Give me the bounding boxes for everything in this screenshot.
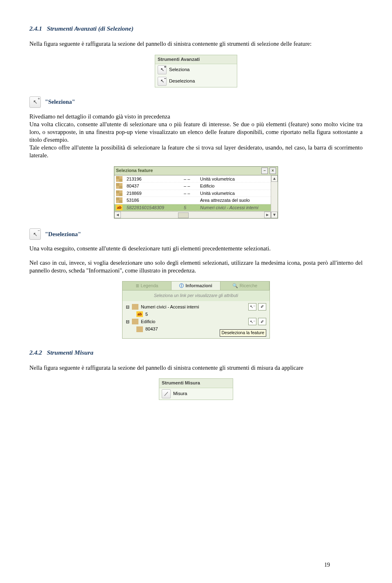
scroll-down-icon[interactable]: ▼ (271, 212, 278, 218)
deselect-feature-button[interactable]: ↖⁻ (248, 303, 256, 310)
list-item[interactable]: 213196– –Unità volumetrica (114, 176, 271, 183)
scroll-up-icon[interactable]: ▲ (271, 175, 278, 182)
brush-icon[interactable]: ✐ (258, 303, 266, 310)
feature-layer: Area attrezzata del suolo (200, 197, 269, 203)
collapse-icon[interactable]: ⊟ (126, 304, 129, 310)
polygon-icon (116, 190, 122, 196)
feature-col2: – – (184, 176, 196, 182)
tool-heading-seleziona: ↖+ "Seleziona" (29, 96, 363, 108)
paragraph: Tale elenco offre all'utente la possibil… (29, 144, 363, 159)
panel-row-deseleziona[interactable]: ↖− Deseleziona (155, 76, 237, 87)
figure-feature-popup: Seleziona feature – × 213196– –Unità vol… (114, 166, 278, 219)
panel-row-misura[interactable]: ／ Misura (159, 388, 233, 400)
feature-id: 80437 (127, 183, 180, 189)
collapse-icon[interactable]: ⊟ (126, 319, 129, 325)
panel-hint: Seleziona un link per visualizzare gli a… (122, 290, 270, 301)
feature-id: 213196 (127, 176, 180, 182)
scroll-thumb[interactable] (178, 212, 189, 218)
panel-row-label: Misura (173, 391, 187, 397)
tab-label: Ricerche (240, 283, 257, 289)
tab-label: Informazioni (185, 283, 212, 289)
intro-paragraph-2: Nella figura seguente è raffigurata la s… (29, 364, 363, 372)
list-item[interactable]: 53186Area attrezzata del suolo (114, 197, 271, 204)
ruler-icon: ／ (162, 389, 171, 398)
feature-col2: – – (184, 183, 196, 189)
figure-strumenti-misura: Strumenti Misura ／ Misura (159, 378, 233, 400)
paragraph: Una volta eseguito, consente all'utente … (29, 245, 363, 252)
tool-label: "Deseleziona" (45, 230, 81, 238)
feature-id: 218869 (127, 190, 180, 197)
panel-title: Strumenti Misura (159, 379, 233, 388)
cursor-plus-icon: ↖+ (29, 96, 41, 108)
polygon-icon (116, 183, 122, 189)
vertical-scrollbar[interactable]: ▲ ▼ (271, 175, 278, 219)
minimize-icon[interactable]: – (261, 168, 268, 174)
panel-row-seleziona[interactable]: ↖+ Seleziona (155, 64, 237, 76)
figure-strumenti-avanzati: Strumenti Avanzati ↖+ Seleziona ↖− Desel… (155, 55, 237, 87)
tree-layer-row[interactable]: ⊟ Edificio ↖⁻ ✐ (126, 317, 266, 326)
feature-id: 582281601548309 (127, 205, 180, 211)
feature-id: 53186 (127, 197, 180, 203)
feature-list: 213196– –Unità volumetrica80437– –Edific… (114, 175, 271, 212)
layer-icon (132, 304, 138, 310)
deselect-feature-button[interactable]: ↖⁻ (248, 318, 256, 325)
ab-icon: ab (136, 311, 143, 317)
scroll-left-icon[interactable]: ◄ (114, 212, 121, 218)
feature-id: 5 (145, 311, 148, 317)
tab-label: Legenda (141, 283, 158, 289)
section-heading-1: 2.4.1 Strumenti Avanzati (di Selezione) (29, 25, 363, 33)
list-item[interactable]: 80437– –Edificio (114, 183, 271, 190)
tooltip: Deseleziona la feature (220, 329, 266, 337)
feature-col2: – – (184, 190, 196, 197)
tab-ricerche[interactable]: 🔍Ricerche (220, 281, 270, 290)
info-icon: ⓘ (179, 283, 184, 289)
section-heading-2: 2.4.2 Strumenti Misura (29, 348, 363, 357)
tab-legenda[interactable]: ≣Legenda (122, 281, 172, 290)
feature-layer: Unità volumetrica (200, 190, 269, 197)
brush-icon[interactable]: ✐ (258, 318, 266, 325)
close-icon[interactable]: × (270, 168, 276, 174)
layer-name: Edificio (141, 319, 155, 325)
polygon-icon (116, 197, 122, 203)
cursor-minus-icon: ↖− (158, 77, 167, 86)
polygon-icon (136, 326, 143, 332)
cursor-minus-icon: ↖− (29, 228, 41, 240)
search-icon: 🔍 (232, 283, 238, 289)
paragraph: Rivediamo nel dettaglio il comando già v… (29, 113, 363, 121)
figure-info-panel: ≣Legenda ⓘInformazioni 🔍Ricerche Selezio… (122, 281, 270, 338)
intro-paragraph-1: Nella figura seguente è raffigurata la s… (29, 40, 363, 48)
feature-layer: Numeri civici - Accessi interni (200, 205, 269, 211)
horizontal-scrollbar[interactable]: ◄ ► (114, 211, 271, 218)
page-number: 19 (324, 561, 330, 569)
cursor-plus-icon: ↖+ (158, 65, 167, 74)
layer-name: Numeri civici - Accessi interni (141, 304, 199, 310)
layers-icon: ≣ (136, 283, 139, 289)
paragraph: Nel caso in cui, invece, si voglia desel… (29, 259, 363, 275)
tool-heading-deseleziona: ↖− "Deseleziona" (29, 228, 363, 240)
scroll-right-icon[interactable]: ► (264, 212, 271, 218)
polygon-icon (116, 176, 122, 182)
panel-row-label: Seleziona (169, 67, 190, 73)
paragraph: Una volta cliccato, consente all'utente … (29, 121, 363, 144)
feature-col2: 5 (184, 205, 196, 211)
feature-id: 80437 (145, 326, 158, 332)
layer-icon (132, 319, 138, 324)
tree-layer-row[interactable]: ⊟ Numeri civici - Accessi interni ↖⁻ ✐ (126, 303, 266, 311)
popup-titlebar: Seleziona feature – × (114, 167, 278, 175)
tool-label: "Seleziona" (45, 98, 75, 106)
tab-informazioni[interactable]: ⓘInformazioni (172, 281, 220, 290)
tree-feature-row[interactable]: ab 5 (126, 311, 266, 318)
list-item[interactable]: 218869– –Unità volumetrica (114, 190, 271, 197)
panel-title: Strumenti Avanzati (155, 55, 237, 64)
popup-title: Seleziona feature (116, 168, 153, 174)
feature-layer: Unità volumetrica (200, 176, 269, 182)
ab-icon: ab (116, 205, 122, 210)
section-title: Strumenti Misura (47, 349, 94, 356)
feature-layer: Edificio (200, 183, 269, 189)
list-item[interactable]: ab5822816015483095Numeri civici - Access… (114, 204, 271, 212)
section-title: Strumenti Avanzati (di Selezione) (47, 25, 134, 32)
section-number: 2.4.1 (29, 25, 42, 32)
panel-row-label: Deseleziona (169, 78, 195, 84)
section-number: 2.4.2 (29, 349, 42, 356)
